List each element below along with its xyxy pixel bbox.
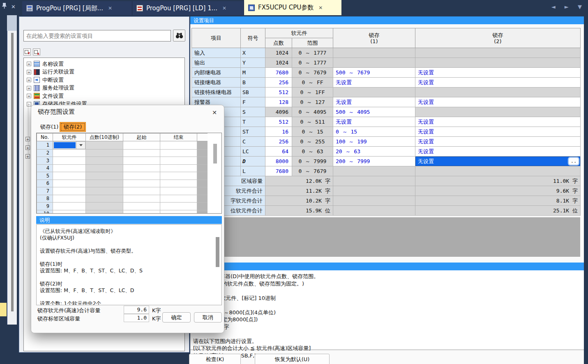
points-cell[interactable]: 7680: [265, 166, 292, 176]
range-cell[interactable]: 0 ～ 511: [292, 117, 333, 127]
range-cell[interactable]: 0 ～ 63: [292, 147, 333, 157]
points-cell[interactable]: 256: [265, 78, 292, 88]
tab-latch1[interactable]: 锁存(1): [37, 122, 62, 132]
end-cell[interactable]: [160, 203, 197, 210]
end-cell[interactable]: [160, 187, 197, 195]
points-cell[interactable]: 7680: [265, 68, 292, 78]
device-cell[interactable]: [53, 195, 86, 203]
range-cell[interactable]: 0 ～ 127: [292, 97, 333, 107]
range-cell[interactable]: 0 ～ 1FF: [292, 88, 333, 97]
collapse-all-icon[interactable]: [23, 48, 31, 55]
latch1-cell[interactable]: 500 ～ 7679: [333, 68, 415, 78]
expand-icon[interactable]: +: [27, 70, 31, 74]
dialog-close-icon[interactable]: ✕: [209, 107, 220, 118]
dock-scrollbar[interactable]: [11, 33, 14, 311]
range-cell[interactable]: 0 ～ 1777: [292, 48, 333, 58]
range-cell[interactable]: 0 ～ 1777: [292, 58, 333, 68]
sidebar-item-interrupt[interactable]: +中断设置: [24, 76, 184, 84]
device-cell[interactable]: [53, 210, 86, 214]
latch2-cell[interactable]: 无设置: [415, 137, 581, 147]
latch1-cell[interactable]: 无设置: [333, 97, 415, 107]
end-cell[interactable]: [160, 141, 197, 150]
range-cell[interactable]: 0 ～ 7679: [292, 166, 333, 176]
latch2-cell[interactable]: [415, 166, 581, 176]
latch1-cell[interactable]: [333, 88, 415, 97]
points-cell[interactable]: [86, 141, 123, 150]
grid-scrollbar[interactable]: [208, 133, 221, 213]
device-dropdown-button[interactable]: [76, 142, 85, 149]
latch2-cell[interactable]: [415, 58, 581, 68]
tab-progpou-local[interactable]: ProgPou [PRG] [局部... ✕: [22, 1, 132, 15]
points-cell[interactable]: 512: [265, 88, 292, 97]
device-cell[interactable]: [53, 141, 85, 149]
sidebar-item-name[interactable]: +名称设置: [24, 60, 184, 68]
points-cell[interactable]: 1024: [265, 58, 292, 68]
start-cell[interactable]: [123, 141, 160, 150]
start-cell[interactable]: [123, 149, 160, 157]
tab-close-icon[interactable]: ✕: [108, 5, 112, 11]
points-cell[interactable]: 4096: [265, 107, 292, 117]
expand-icon[interactable]: +: [25, 145, 30, 150]
device-cell[interactable]: [53, 203, 86, 210]
latch1-cell[interactable]: [333, 166, 415, 176]
points-cell[interactable]: 16: [265, 127, 292, 137]
close-pane-icon[interactable]: ✕: [11, 4, 16, 10]
range-cell[interactable]: 0 ～ 255: [292, 137, 333, 147]
latch2-cell[interactable]: [415, 48, 581, 58]
expand-all-icon[interactable]: [33, 48, 40, 55]
collapse-icon[interactable]: -: [27, 102, 31, 106]
expand-icon[interactable]: +: [25, 137, 30, 141]
latch2-cell[interactable]: 无设置: [415, 147, 581, 157]
range-cell[interactable]: 0 ～ 4095: [292, 107, 333, 117]
points-cell[interactable]: [86, 187, 123, 195]
latch1-cell[interactable]: 20 ～ 63: [333, 147, 415, 157]
latch2-cell[interactable]: 无设置: [415, 68, 581, 78]
expand-icon[interactable]: +: [27, 94, 31, 98]
open-latch-dialog-button[interactable]: ..: [568, 157, 579, 165]
latch1-cell[interactable]: 无设置: [333, 117, 415, 127]
latch2-cell[interactable]: 无设置: [415, 97, 581, 107]
pin-icon[interactable]: [2, 2, 7, 11]
end-cell[interactable]: [160, 164, 197, 172]
end-cell[interactable]: [160, 149, 197, 157]
start-cell[interactable]: [123, 180, 160, 187]
search-input[interactable]: [23, 30, 171, 41]
latch2-cell[interactable]: [415, 88, 581, 97]
range-cell[interactable]: 0 ～ FF: [292, 78, 333, 88]
expand-icon[interactable]: +: [27, 62, 31, 66]
points-cell[interactable]: [86, 172, 123, 180]
latch2-cell[interactable]: [415, 107, 581, 117]
device-cell[interactable]: [53, 149, 86, 157]
end-cell[interactable]: [160, 172, 197, 180]
check-button[interactable]: 检查(K): [189, 354, 241, 364]
start-cell[interactable]: [123, 164, 160, 172]
end-cell[interactable]: [160, 157, 197, 165]
ok-button[interactable]: 确定: [162, 312, 191, 323]
range-cell[interactable]: 0 ～ 15: [292, 127, 333, 137]
range-cell[interactable]: 0 ～ 7999: [292, 157, 333, 166]
restore-default-button[interactable]: 恢复为默认(U): [255, 354, 330, 364]
start-cell[interactable]: [123, 157, 160, 165]
points-cell[interactable]: [86, 157, 123, 165]
points-cell[interactable]: 64: [265, 147, 292, 157]
points-cell[interactable]: 256: [265, 137, 292, 147]
cancel-button[interactable]: 取消: [194, 312, 222, 323]
end-cell[interactable]: [160, 195, 197, 203]
range-cell[interactable]: 0 ～ 7679: [292, 68, 333, 78]
latch1-cell[interactable]: 无设置: [333, 78, 415, 88]
end-cell[interactable]: [160, 210, 197, 214]
description-scrollbar[interactable]: [216, 237, 219, 267]
end-cell[interactable]: [160, 180, 197, 187]
latch1-cell[interactable]: 200 ～ 7999: [333, 157, 415, 166]
latch2-cell[interactable]: 无设置: [415, 117, 581, 127]
points-cell[interactable]: [86, 164, 123, 172]
device-cell[interactable]: [53, 187, 86, 195]
latch1-cell[interactable]: 0 ～ 15: [333, 127, 415, 137]
points-cell[interactable]: [86, 210, 123, 214]
latch1-cell[interactable]: 500 ～ 4095: [333, 107, 415, 117]
points-cell[interactable]: 512: [265, 117, 292, 127]
tab-scroll-arrows[interactable]: ◄ ► ▼: [551, 4, 586, 10]
latch2-cell-selected[interactable]: 无设置..: [415, 157, 581, 166]
tab-close-icon[interactable]: ✕: [318, 5, 323, 11]
expand-icon[interactable]: +: [25, 154, 30, 159]
